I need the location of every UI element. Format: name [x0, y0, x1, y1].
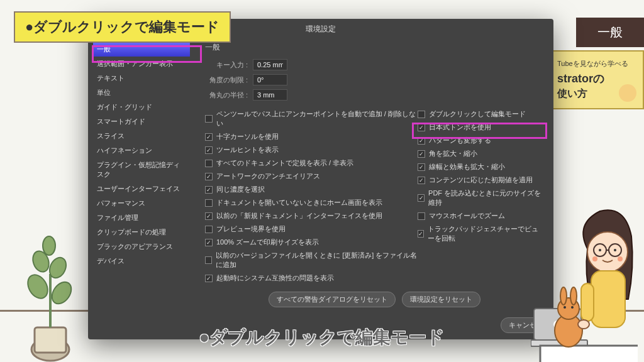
checkbox-icon[interactable] [418, 111, 425, 118]
checkbox-icon[interactable] [418, 194, 425, 202]
checkbox-label: 同じ濃度を選択 [216, 185, 265, 194]
checkbox-label: ツールヒントを表示 [216, 145, 279, 155]
prefs-sidebar: 一般選択範囲・アンカー表示テキスト単位ガイド・グリッドスマートガイドスライスハイ… [88, 40, 195, 329]
checkbox-icon[interactable] [205, 186, 213, 194]
sidebar-item-13[interactable]: ブラックのアピアランス [93, 239, 190, 254]
checkbox-label: アートワークのアンチエイリアス [216, 172, 320, 181]
svg-point-25 [618, 256, 623, 261]
checkbox-icon[interactable] [418, 177, 425, 184]
checkbox-icon[interactable] [205, 199, 213, 207]
sidebar-item-5[interactable]: スマートガイド [93, 114, 190, 129]
preferences-dialog: 環境設定 一般選択範囲・アンカー表示テキスト単位ガイド・グリッドスマートガイドス… [88, 19, 553, 339]
checkbox-icon[interactable] [205, 160, 213, 167]
checkbox-right-2[interactable]: パターンも変形する [418, 136, 543, 145]
reset-prefs-button[interactable]: 環境設定をリセット [402, 292, 480, 307]
checkbox-label: ドキュメントを開いていないときにホーム画面を表示 [216, 198, 382, 207]
checkbox-icon[interactable] [205, 133, 213, 141]
character-illustration [531, 186, 638, 362]
checkbox-columns: ペンツールでパス上にアンカーポイントを自動で追加 / 削除しない十字カーソルを使… [205, 109, 543, 283]
checkbox-label: プレビュー境界を使用 [216, 224, 286, 234]
label-corner: 角丸の半径 : [205, 90, 248, 100]
checkbox-left-4[interactable]: アートワークのアンチエイリアス [205, 172, 418, 181]
checkbox-right-4[interactable]: 線幅と効果も拡大・縮小 [418, 162, 543, 172]
sidebar-item-2[interactable]: テキスト [93, 71, 190, 85]
checkbox-icon[interactable] [418, 124, 425, 131]
input-angle[interactable] [253, 74, 287, 85]
checkbox-left-7[interactable]: 以前の「新規ドキュメント」インターフェイスを使用 [205, 211, 418, 221]
mini-avatar-icon [619, 84, 636, 102]
callout-top: ●ダブルクリックで編集モード [14, 11, 231, 43]
sidebar-item-8[interactable]: プラグイン・仮想記憶ディスク [93, 158, 190, 182]
checkbox-right-5[interactable]: コンテンツに応じた初期値を適用 [418, 175, 543, 185]
checkbox-icon[interactable] [205, 146, 213, 154]
category-label: 一般 [576, 18, 644, 47]
sidebar-item-4[interactable]: ガイド・グリッド [93, 100, 190, 114]
checkbox-label: 角を拡大・縮小 [429, 149, 477, 158]
checkbox-left-11[interactable]: 起動時にシステム互換性の問題を表示 [205, 273, 418, 283]
course-title-panel: Tubeを見ながら学べる stratorの 使い方 [550, 50, 644, 109]
svg-point-22 [599, 249, 601, 251]
checkbox-icon[interactable] [205, 115, 213, 123]
checkbox-right-8[interactable]: トラックパッドジェスチャーでビューを回転 [418, 224, 543, 243]
input-corner[interactable] [253, 89, 287, 101]
sidebar-item-9[interactable]: ユーザーインターフェイス [93, 182, 190, 196]
input-key-input[interactable] [253, 59, 287, 70]
checkbox-label: マウスホイールでズーム [429, 211, 505, 221]
sidebar-item-14[interactable]: デバイス [93, 254, 190, 268]
checkbox-right-3[interactable]: 角を拡大・縮小 [418, 149, 543, 158]
checkbox-left-0[interactable]: ペンツールでパス上にアンカーポイントを自動で追加 / 削除しない [205, 109, 418, 128]
checkbox-icon[interactable] [418, 163, 425, 171]
checkbox-left-8[interactable]: プレビュー境界を使用 [205, 224, 418, 234]
checkbox-icon[interactable] [418, 137, 425, 145]
checkbox-icon[interactable] [205, 256, 212, 264]
sidebar-item-7[interactable]: ハイフネーション [93, 143, 190, 158]
checkbox-label: すべてのドキュメントで定規を表示 / 非表示 [216, 158, 353, 168]
checkbox-left-3[interactable]: すべてのドキュメントで定規を表示 / 非表示 [205, 158, 418, 168]
checkbox-icon[interactable] [418, 230, 424, 238]
sidebar-item-10[interactable]: パフォーマンス [93, 196, 190, 211]
row-angle: 角度の制限 : [205, 74, 543, 85]
checkbox-label: トラックパッドジェスチャーでビューを回転 [428, 224, 543, 243]
plant-illustration [13, 224, 88, 362]
row-corner: 角丸の半径 : [205, 89, 543, 101]
checkbox-right-1[interactable]: 日本式トンボを使用 [418, 123, 543, 132]
sidebar-item-1[interactable]: 選択範囲・アンカー表示 [93, 57, 190, 71]
checkbox-icon[interactable] [205, 173, 213, 180]
checkbox-right-6[interactable]: PDF を読み込むときに元のサイズを維持 [418, 189, 543, 207]
checkbox-left-2[interactable]: ツールヒントを表示 [205, 145, 418, 155]
svg-rect-11 [540, 346, 638, 362]
svg-point-28 [578, 320, 589, 329]
sidebar-item-3[interactable]: 単位 [93, 85, 190, 100]
checkbox-icon[interactable] [418, 150, 425, 158]
checkbox-left-1[interactable]: 十字カーソルを使用 [205, 132, 418, 141]
checkbox-icon[interactable] [205, 226, 213, 233]
checkbox-icon[interactable] [418, 212, 425, 220]
svg-point-16 [564, 306, 566, 309]
sidebar-item-11[interactable]: ファイル管理 [93, 211, 190, 225]
checkbox-label: ペンツールでパス上にアンカーポイントを自動で追加 / 削除しない [216, 109, 418, 128]
checkbox-label: 以前の「新規ドキュメント」インターフェイスを使用 [216, 211, 382, 221]
checkbox-left-6[interactable]: ドキュメントを開いていないときにホーム画面を表示 [205, 198, 418, 207]
sidebar-item-6[interactable]: スライス [93, 129, 190, 143]
checkbox-icon[interactable] [205, 212, 213, 220]
checkbox-icon[interactable] [205, 239, 213, 246]
checkbox-left-9[interactable]: 100% ズームで印刷サイズを表示 [205, 238, 418, 247]
label-key-input: キー入力 : [205, 60, 248, 70]
checkbox-label: 100% ズームで印刷サイズを表示 [216, 238, 319, 247]
svg-point-15 [570, 287, 577, 305]
checkbox-right-0[interactable]: ダブルクリックして編集モード [418, 109, 543, 119]
checkbox-label: ダブルクリックして編集モード [429, 109, 526, 119]
checkbox-right-7[interactable]: マウスホイールでズーム [418, 211, 543, 221]
checkbox-icon[interactable] [205, 275, 213, 282]
sidebar-item-0[interactable]: 一般 [93, 42, 190, 57]
checkbox-label: コンテンツに応じた初期値を適用 [429, 175, 533, 185]
svg-point-24 [592, 256, 597, 261]
checkbox-left-10[interactable]: 以前のバージョンファイルを開くときに [更新済み] をファイル名に追加 [205, 251, 418, 270]
row-key-input: キー入力 : [205, 59, 543, 70]
sidebar-item-12[interactable]: クリップボードの処理 [93, 225, 190, 239]
reset-warnings-button[interactable]: すべての警告ダイアログをリセット [269, 292, 396, 307]
checkbox-left-5[interactable]: 同じ濃度を選択 [205, 185, 418, 194]
checkbox-label: 線幅と効果も拡大・縮小 [429, 162, 505, 172]
svg-rect-1 [35, 327, 66, 353]
svg-point-17 [571, 306, 574, 309]
